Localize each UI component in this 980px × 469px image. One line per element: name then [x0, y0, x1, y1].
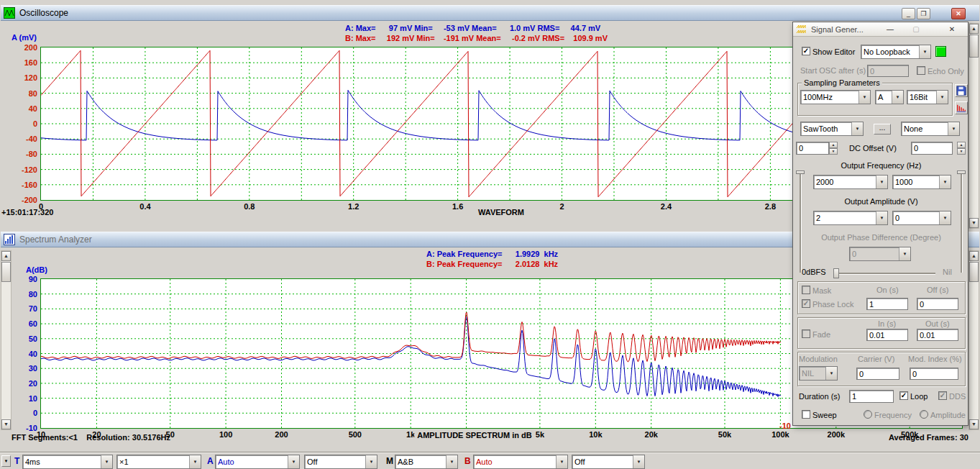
slider-thumb[interactable] — [833, 268, 839, 278]
phase-lock-checkbox[interactable]: ✓ — [802, 299, 810, 308]
check-icon: ✓ — [802, 47, 810, 55]
chevron-down-icon[interactable]: ▼ — [101, 455, 112, 468]
mod-index-input[interactable]: 0 — [910, 368, 958, 380]
signal-generator-titlebar[interactable]: Signal Gener... — [793, 22, 968, 37]
amplitude-b-select[interactable]: 0 ▼ — [892, 211, 951, 225]
carrier-input[interactable]: 0 — [856, 368, 899, 380]
spin-up-icon[interactable]: ▲ — [957, 142, 966, 148]
spec-left-scrollbar[interactable]: ▲ ▼ — [1, 250, 12, 430]
chevron-down-icon[interactable]: ▼ — [556, 455, 567, 468]
spin-down-icon[interactable]: ▼ — [829, 148, 838, 155]
restore-button[interactable]: ❐ — [917, 8, 930, 19]
start-osc-input[interactable]: 0 — [867, 65, 909, 77]
sampling-bits-select[interactable]: 16Bit ▼ — [907, 90, 948, 104]
scroll-down-icon[interactable]: ▼ — [969, 419, 979, 429]
chevron-down-icon[interactable]: ▼ — [189, 455, 201, 468]
spin-down-icon[interactable]: ▼ — [957, 148, 966, 155]
chevron-down-icon[interactable]: ▼ — [939, 211, 951, 224]
start-osc-label: Start OSC after (s) — [800, 66, 866, 75]
sampling-parameters-caption: Sampling Parameters — [802, 78, 882, 87]
save-button[interactable] — [955, 84, 968, 97]
scrollbar-thumb[interactable] — [1, 262, 11, 282]
chevron-down-icon[interactable]: ▼ — [936, 91, 948, 104]
view-mode-select[interactable]: A&B ▼ — [395, 455, 458, 469]
echo-only-checkbox[interactable] — [917, 66, 925, 75]
chevron-down-icon[interactable]: ▼ — [892, 91, 903, 104]
frequency-b-select[interactable]: 1000 ▼ — [892, 175, 951, 189]
show-editor-checkbox[interactable]: ✓ — [802, 47, 810, 55]
phase-lock-off-input[interactable]: 0 — [917, 298, 958, 310]
amplitude-slider-b[interactable] — [961, 170, 962, 273]
chevron-down-icon[interactable]: ▼ — [876, 211, 887, 224]
chevron-down-icon[interactable]: ▼ — [288, 455, 299, 468]
fade-checkbox[interactable] — [802, 329, 810, 338]
scrollbar-thumb[interactable] — [969, 35, 979, 58]
minimize-button[interactable]: — — [884, 24, 897, 35]
phase-difference-select[interactable]: 0 ▼ — [849, 247, 911, 261]
wave-option-select[interactable]: None ▼ — [901, 122, 960, 136]
spin-up-icon[interactable]: ▲ — [829, 142, 838, 148]
loopback-select[interactable]: No Loopback ▼ — [861, 45, 931, 59]
phase-lock-on-input[interactable]: 1 — [866, 298, 908, 310]
fade-in-input[interactable]: 0.01 — [866, 329, 908, 341]
dc-offset-b-spinner[interactable]: ▲ ▼ — [957, 142, 966, 155]
multiplier-select[interactable]: ×1 ▼ — [116, 455, 201, 469]
chevron-down-icon[interactable]: ▼ — [851, 122, 863, 135]
scroll-up-icon[interactable]: ▲ — [1, 251, 11, 261]
close-button[interactable]: ✕ — [951, 8, 966, 19]
level-slider[interactable] — [833, 273, 935, 274]
osc-vertical-scrollbar[interactable]: ▲ ▼ — [968, 23, 979, 229]
sampling-rate-select[interactable]: 100MHz ▼ — [800, 90, 871, 104]
b-mode-select[interactable]: Off ▼ — [572, 455, 645, 469]
chevron-down-icon[interactable]: ▼ — [633, 455, 644, 468]
slider-thumb[interactable] — [796, 170, 805, 174]
chevron-down-icon[interactable]: ▼ — [919, 45, 930, 58]
waveform-select[interactable]: SawTooth ▼ — [800, 122, 864, 136]
a-trigger-select[interactable]: Auto ▼ — [215, 455, 300, 469]
scroll-down-icon[interactable]: ▼ — [1, 419, 11, 429]
chevron-down-icon[interactable]: ▼ — [858, 91, 870, 104]
close-button[interactable]: ✕ — [945, 24, 958, 35]
scroll-up-icon[interactable]: ▲ — [969, 24, 979, 34]
chevron-down-icon[interactable]: ▼ — [948, 122, 959, 135]
output-status-button[interactable] — [935, 46, 946, 57]
frequency-a-select[interactable]: 2000 ▼ — [813, 175, 888, 189]
maximize-button[interactable]: ▢ — [910, 24, 922, 35]
filter-icon — [956, 103, 966, 113]
sampling-channel-select[interactable]: A ▼ — [875, 90, 904, 104]
dc-offset-a-spinner[interactable]: ▲ ▼ — [829, 142, 838, 155]
loop-checkbox[interactable]: ✓ — [899, 391, 908, 400]
dds-checkbox[interactable]: ✓ — [938, 391, 947, 400]
chevron-down-icon[interactable]: ▼ — [939, 176, 951, 188]
fade-out-input[interactable]: 0.01 — [917, 329, 958, 341]
chevron-down-icon[interactable]: ▼ — [876, 176, 887, 188]
amplitude-radio[interactable] — [920, 410, 928, 419]
modulation-select[interactable]: NIL ▼ — [799, 366, 838, 381]
amplitude-a-select[interactable]: 2 ▼ — [813, 211, 888, 225]
chevron-down-icon[interactable]: ▼ — [825, 367, 837, 380]
chevron-down-icon[interactable]: ▼ — [365, 455, 377, 468]
a-mode-select[interactable]: Off ▼ — [304, 455, 377, 469]
dc-offset-a-input[interactable]: 0 — [796, 142, 829, 155]
sweep-checkbox[interactable] — [802, 410, 810, 419]
oscilloscope-titlebar[interactable]: Oscilloscope _ ❐ ✕ — [1, 5, 979, 21]
scroll-down-icon[interactable]: ▼ — [969, 218, 979, 228]
filter-button[interactable] — [955, 101, 968, 114]
b-trigger-select[interactable]: Auto ▼ — [473, 455, 568, 469]
scroll-up-icon[interactable]: ▲ — [969, 251, 979, 261]
timebase-select[interactable]: 4ms ▼ — [22, 455, 113, 469]
toolbar-options-button[interactable]: ▼ — [1, 455, 11, 467]
duration-input[interactable]: 1 — [849, 390, 894, 403]
chevron-down-icon[interactable]: ▼ — [899, 247, 910, 260]
chevron-down-icon[interactable]: ▼ — [446, 455, 457, 468]
scrollbar-thumb[interactable] — [969, 262, 979, 282]
frequency-radio[interactable] — [864, 410, 872, 419]
axis-tick-label: 160 — [0, 58, 37, 67]
waveform-editor-button[interactable]: ... — [874, 124, 891, 135]
minimize-button[interactable]: _ — [902, 8, 915, 19]
spec-vertical-scrollbar[interactable]: ▲ ▼ — [968, 250, 979, 430]
amplitude-slider-a[interactable] — [800, 170, 801, 273]
mask-checkbox[interactable] — [802, 286, 810, 294]
slider-thumb[interactable] — [957, 170, 966, 174]
dc-offset-b-input[interactable]: 0 — [911, 142, 953, 155]
